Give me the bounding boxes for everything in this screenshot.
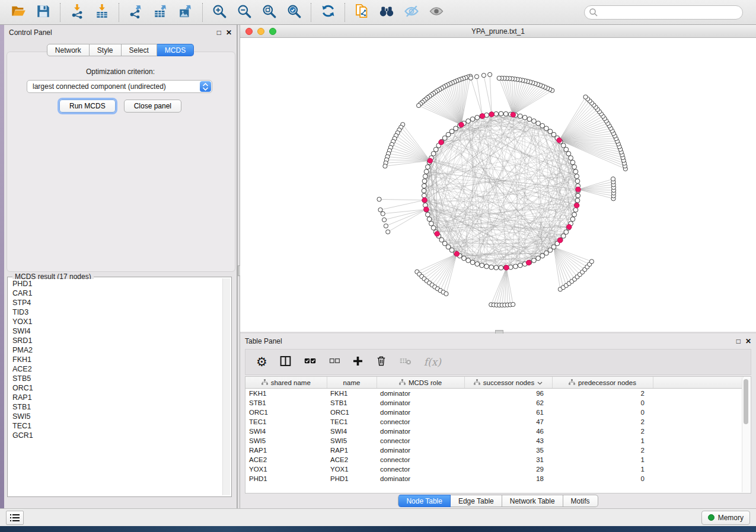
table-row[interactable]: PHD1PHD1dominator180 — [245, 474, 744, 483]
close-window-icon[interactable]: ✕ — [226, 29, 232, 36]
tab-motifs[interactable]: Motifs — [563, 495, 598, 507]
table-settings-button[interactable]: ⚙ — [256, 355, 267, 368]
export-network-button[interactable] — [123, 2, 148, 23]
delete-table-button — [399, 354, 412, 370]
float-window-icon[interactable]: □ — [217, 29, 221, 36]
criterion-dropdown-value: largest connected component (undirected) — [33, 82, 166, 91]
network-window-titlebar[interactable]: YPA_prune.txt_1 — [240, 25, 756, 38]
table-panel: Table Panel □ ✕ ⚙f(x) shared namenameMCD… — [240, 334, 756, 508]
column-header-name[interactable]: name — [327, 377, 377, 389]
mcds-result-item[interactable]: RAP1 — [9, 393, 222, 402]
export-table-button[interactable] — [148, 2, 173, 23]
network-share-button[interactable] — [349, 2, 374, 23]
close-window-icon[interactable]: ✕ — [745, 338, 751, 345]
mcds-result-groupbox: MCDS result (17 nodes) PHD1CAR1STP4TID3Y… — [7, 277, 232, 497]
chevron-up-down-icon — [200, 81, 211, 92]
mcds-result-item[interactable]: TID3 — [9, 307, 222, 317]
tab-mcds[interactable]: MCDS — [157, 44, 194, 56]
table-row[interactable]: FKH1FKH1dominator962 — [245, 389, 744, 399]
save-session-button[interactable] — [31, 2, 56, 23]
select-all-button[interactable] — [304, 354, 317, 370]
mcds-result-item[interactable]: TEC1 — [9, 421, 222, 431]
import-table-icon — [94, 4, 110, 21]
show-columns-button[interactable] — [279, 355, 292, 370]
table-panel-title: Table Panel — [245, 337, 282, 345]
column-header-shared-name[interactable]: shared name — [245, 377, 327, 389]
folder-open-icon — [11, 3, 27, 21]
table-row[interactable]: STB1STB1dominator620 — [245, 398, 744, 408]
import-network-button[interactable] — [65, 2, 90, 23]
tab-network-table[interactable]: Network Table — [502, 495, 563, 507]
mcds-result-item[interactable]: STB5 — [9, 374, 222, 383]
table-row[interactable]: RAP1RAP1dominator352 — [245, 446, 744, 455]
tab-node-table[interactable]: Node Table — [398, 495, 451, 507]
mcds-result-item[interactable]: SWI4 — [9, 326, 222, 336]
import-table-button[interactable] — [90, 2, 114, 23]
table-row[interactable]: SWI5SWI5connector431 — [245, 436, 744, 446]
zoom-in-button[interactable] — [207, 2, 232, 23]
mcds-result-item[interactable]: SRD1 — [9, 336, 222, 345]
status-bar: Memory — [0, 508, 756, 526]
table-scrollbar-thumb[interactable] — [744, 379, 748, 424]
add-column-button[interactable] — [352, 355, 363, 369]
search-icon — [589, 8, 598, 20]
search-input[interactable] — [584, 5, 743, 20]
delete-column-button[interactable] — [375, 355, 387, 369]
mcds-result-item[interactable]: STB1 — [9, 402, 222, 412]
column-header-predecessor-nodes[interactable]: predecessor nodes — [552, 377, 653, 389]
tab-edge-table[interactable]: Edge Table — [451, 495, 502, 507]
columns-icon — [279, 355, 292, 370]
column-header-filler — [653, 377, 744, 389]
export-image-button[interactable] — [173, 2, 198, 23]
table-row[interactable]: SWI4SWI4dominator462 — [245, 427, 744, 436]
optimization-criterion-label: Optimization criterion: — [4, 68, 237, 76]
open-session-button[interactable] — [6, 2, 31, 23]
toolbar-separator — [60, 3, 60, 22]
tab-select[interactable]: Select — [122, 44, 157, 56]
column-header-successor-nodes[interactable]: successor nodes — [464, 377, 552, 389]
binoculars-icon — [378, 3, 395, 22]
column-header-MCDS-role[interactable]: MCDS role — [377, 377, 464, 389]
mcds-result-item[interactable]: YOX1 — [9, 317, 222, 326]
refresh-button[interactable] — [315, 2, 340, 23]
memory-button[interactable]: Memory — [701, 511, 750, 525]
show-all-button[interactable] — [424, 2, 449, 23]
search-network-button[interactable] — [374, 2, 399, 23]
mcds-result-item[interactable]: CAR1 — [9, 289, 222, 298]
deselect-all-button[interactable] — [328, 355, 340, 369]
table-row[interactable]: TEC1TEC1connector472 — [245, 417, 744, 427]
function-builder-button: f(x) — [424, 356, 441, 368]
zoom-selected-button[interactable] — [282, 2, 307, 23]
close-panel-button[interactable]: Close panel — [124, 100, 181, 113]
network-file-icon — [354, 3, 370, 21]
mcds-result-item[interactable]: STP4 — [9, 298, 222, 307]
table-row[interactable]: ACE2ACE2connector311 — [245, 455, 744, 464]
mcds-result-item[interactable]: FKH1 — [9, 355, 222, 364]
criterion-dropdown[interactable]: largest connected component (undirected) — [27, 80, 212, 93]
tab-style[interactable]: Style — [90, 44, 122, 56]
control-panel-header: Control Panel □ ✕ — [4, 25, 237, 40]
zoom-fit-button[interactable] — [257, 2, 282, 23]
hide-selected-button[interactable] — [399, 2, 424, 23]
task-history-button[interactable] — [6, 511, 24, 525]
mcds-result-item[interactable]: PHD1 — [9, 279, 222, 289]
desktop-wallpaper-bottom — [0, 526, 756, 532]
sitemap-icon — [569, 379, 575, 386]
mcds-result-item[interactable]: ACE2 — [9, 364, 222, 374]
run-mcds-button[interactable]: Run MCDS — [59, 100, 116, 113]
mcds-result-item[interactable]: PMA2 — [9, 345, 222, 355]
mcds-result-list[interactable]: PHD1CAR1STP4TID3YOX1SWI4SRD1PMA2FKH1ACE2… — [9, 279, 222, 495]
network-canvas[interactable] — [240, 38, 756, 332]
zoom-fit-icon — [261, 4, 277, 21]
mcds-list-scrollbar[interactable] — [222, 278, 230, 495]
network-window-title: YPA_prune.txt_1 — [240, 27, 756, 36]
table-scrollbar[interactable] — [742, 377, 750, 492]
mcds-result-item[interactable]: GCR1 — [9, 431, 222, 440]
float-window-icon[interactable]: □ — [736, 338, 741, 345]
table-row[interactable]: YOX1YOX1connector291 — [245, 464, 744, 474]
table-row[interactable]: ORC1ORC1dominator610 — [245, 408, 744, 417]
tab-network[interactable]: Network — [47, 44, 90, 56]
zoom-out-button[interactable] — [232, 2, 257, 23]
mcds-result-item[interactable]: SWI5 — [9, 412, 222, 421]
mcds-result-item[interactable]: ORC1 — [9, 383, 222, 393]
